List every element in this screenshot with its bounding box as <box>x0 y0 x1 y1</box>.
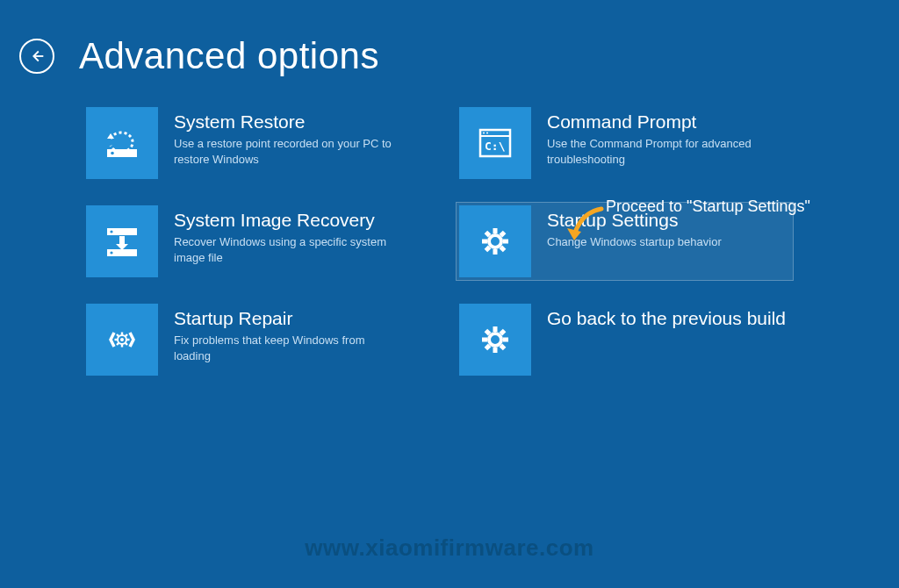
annotation-arrow-icon <box>562 202 610 250</box>
svg-point-7 <box>110 251 112 254</box>
header: Advanced options <box>0 0 899 77</box>
tile-desc: Recover Windows using a specific system … <box>174 234 402 265</box>
svg-rect-36 <box>493 348 498 353</box>
go-back-icon <box>459 304 531 376</box>
svg-rect-35 <box>493 326 498 332</box>
svg-rect-29 <box>503 240 508 244</box>
tile-title: Go back to the previous build <box>547 307 786 329</box>
tile-title: System Image Recovery <box>174 209 402 231</box>
svg-point-5 <box>110 230 112 233</box>
svg-point-23 <box>486 133 488 134</box>
tile-startup-repair[interactable]: Startup Repair Fix problems that keep Wi… <box>83 300 421 379</box>
watermark: www.xiaomifirmware.com <box>305 534 593 562</box>
tile-title: Startup Repair <box>174 307 402 329</box>
options-grid: System Restore Use a restore point recor… <box>83 104 899 379</box>
command-prompt-icon: C:\ <box>459 107 531 179</box>
svg-rect-12 <box>121 333 123 335</box>
svg-marker-1 <box>107 133 114 139</box>
svg-point-3 <box>111 152 114 155</box>
back-arrow-icon <box>27 47 47 66</box>
page-title: Advanced options <box>79 35 379 77</box>
options-col-right: C:\ Command Prompt Use the Command Promp… <box>456 104 794 379</box>
svg-point-25 <box>489 235 501 247</box>
image-recovery-icon <box>86 205 158 277</box>
svg-marker-9 <box>116 244 128 250</box>
svg-rect-26 <box>493 228 498 233</box>
startup-settings-icon <box>459 205 531 277</box>
back-button[interactable] <box>19 39 54 74</box>
options-col-left: System Restore Use a restore point recor… <box>83 104 421 379</box>
svg-rect-27 <box>493 249 498 255</box>
tile-desc: Fix problems that keep Windows from load… <box>174 333 402 363</box>
startup-repair-icon <box>86 304 158 376</box>
tile-title: System Restore <box>174 111 402 133</box>
svg-marker-43 <box>567 228 581 240</box>
tile-desc: Use the Command Prompt for advanced trou… <box>547 136 775 167</box>
tile-system-image-recovery[interactable]: System Image Recovery Recover Windows us… <box>83 202 421 281</box>
restore-icon <box>86 107 158 179</box>
svg-rect-15 <box>127 339 130 341</box>
tile-system-restore[interactable]: System Restore Use a restore point recor… <box>83 104 421 183</box>
svg-rect-38 <box>503 338 508 342</box>
svg-point-11 <box>120 338 124 341</box>
tile-go-back[interactable]: Go back to the previous build <box>456 300 794 379</box>
tile-desc: Use a restore point recorded on your PC … <box>174 136 402 167</box>
svg-rect-28 <box>482 240 487 244</box>
tile-title: Command Prompt <box>547 111 775 133</box>
svg-rect-13 <box>121 345 123 348</box>
tile-command-prompt[interactable]: C:\ Command Prompt Use the Command Promp… <box>456 104 794 183</box>
annotation-text: Proceed to "Startup Settings" <box>606 197 810 216</box>
svg-text:C:\: C:\ <box>485 140 506 153</box>
svg-rect-37 <box>482 338 487 342</box>
svg-point-22 <box>483 133 485 134</box>
svg-point-34 <box>489 333 501 346</box>
svg-rect-8 <box>119 236 125 245</box>
svg-rect-14 <box>115 339 118 341</box>
